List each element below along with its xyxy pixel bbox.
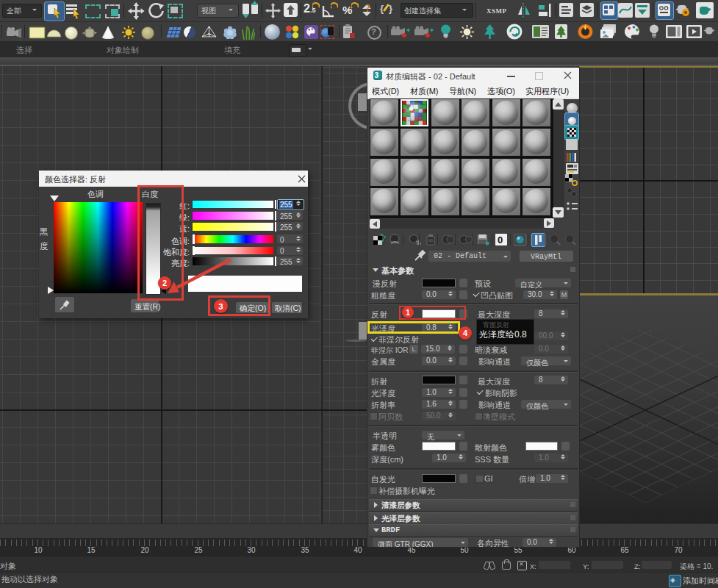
svg-text:0: 0 (498, 234, 503, 245)
